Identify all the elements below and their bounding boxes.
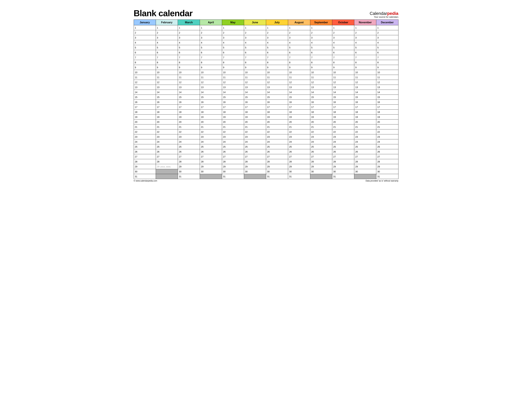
day-cell: 29 (134, 164, 156, 169)
day-row: 252525252525252525252525 (134, 144, 398, 149)
day-cell: 26 (266, 149, 288, 154)
day-cell: 7 (376, 55, 398, 60)
day-row: 161616161616161616161616 (134, 100, 398, 105)
day-cell: 13 (200, 85, 222, 90)
day-cell: 1 (266, 25, 288, 30)
day-cell: 20 (222, 119, 244, 124)
day-cell: 19 (200, 115, 222, 119)
day-cell: 18 (354, 110, 376, 115)
day-cell: 16 (310, 100, 332, 105)
day-cell: 21 (310, 124, 332, 129)
day-cell: 6 (354, 50, 376, 55)
day-cell: 12 (332, 80, 354, 85)
day-cell: 24 (156, 139, 178, 144)
day-cell: 6 (376, 50, 398, 55)
day-cell: 12 (310, 80, 332, 85)
day-cell: 1 (134, 25, 156, 30)
day-cell: 28 (266, 159, 288, 164)
day-cell: 26 (288, 149, 310, 154)
day-cell: 4 (266, 40, 288, 45)
day-cell: 8 (354, 60, 376, 65)
day-cell: 16 (244, 100, 266, 105)
day-cell: 12 (354, 80, 376, 85)
day-cell: 12 (222, 80, 244, 85)
day-cell: 23 (222, 134, 244, 139)
day-cell: 19 (134, 115, 156, 119)
day-cell: 21 (134, 124, 156, 129)
day-cell: 11 (332, 75, 354, 80)
day-cell: 11 (200, 75, 222, 80)
day-row: 777777777777 (134, 55, 398, 60)
day-cell: 27 (354, 154, 376, 159)
day-cell: 2 (200, 30, 222, 35)
day-cell: 6 (222, 50, 244, 55)
day-cell: 21 (156, 124, 178, 129)
day-cell: 3 (266, 35, 288, 40)
day-cell: 28 (134, 159, 156, 164)
day-cell: 20 (376, 119, 398, 124)
day-cell: 4 (310, 40, 332, 45)
day-cell: 30 (354, 169, 376, 174)
day-cell: 12 (200, 80, 222, 85)
day-cell: 14 (156, 90, 178, 95)
day-cell: 26 (222, 149, 244, 154)
day-row: 141414141414141414141414 (134, 90, 398, 95)
day-cell: 18 (156, 110, 178, 115)
day-cell: 5 (222, 45, 244, 50)
day-cell: 28 (354, 159, 376, 164)
day-cell: 28 (156, 159, 178, 164)
day-cell: 26 (200, 149, 222, 154)
day-cell: 30 (134, 169, 156, 174)
day-cell: 11 (244, 75, 266, 80)
day-cell: 7 (266, 55, 288, 60)
day-cell: 17 (178, 105, 200, 110)
day-cell: 29 (222, 164, 244, 169)
day-cell: 4 (376, 40, 398, 45)
day-cell: 3 (376, 35, 398, 40)
day-cell: 23 (376, 134, 398, 139)
month-header: August (288, 20, 310, 25)
day-cell: 29 (288, 164, 310, 169)
day-cell: 23 (354, 134, 376, 139)
day-cell: 1 (178, 25, 200, 30)
day-cell: 7 (354, 55, 376, 60)
day-cell: 10 (200, 70, 222, 75)
day-cell: 30 (332, 169, 354, 174)
day-cell: 2 (178, 30, 200, 35)
month-header: September (310, 20, 332, 25)
day-cell: 9 (244, 65, 266, 70)
day-cell: 23 (178, 134, 200, 139)
day-cell: 15 (332, 95, 354, 100)
day-cell: 1 (244, 25, 266, 30)
day-cell: 9 (288, 65, 310, 70)
day-cell: 26 (244, 149, 266, 154)
day-cell (244, 174, 266, 179)
day-cell: 3 (310, 35, 332, 40)
day-cell: 12 (266, 80, 288, 85)
day-cell: 6 (310, 50, 332, 55)
day-row: 151515151515151515151515 (134, 95, 398, 100)
day-cell: 19 (288, 115, 310, 119)
day-row: 232323232323232323232323 (134, 134, 398, 139)
day-cell: 10 (332, 70, 354, 75)
day-cell (156, 174, 178, 179)
day-cell: 1 (354, 25, 376, 30)
day-cell: 22 (156, 129, 178, 134)
day-cell: 29 (332, 164, 354, 169)
day-cell: 8 (178, 60, 200, 65)
day-cell: 22 (178, 129, 200, 134)
day-cell: 10 (376, 70, 398, 75)
day-row: 191919191919191919191919 (134, 115, 398, 119)
day-cell: 21 (178, 124, 200, 129)
day-cell: 11 (156, 75, 178, 80)
day-cell: 1 (156, 25, 178, 30)
day-cell: 16 (200, 100, 222, 105)
day-cell: 4 (200, 40, 222, 45)
day-cell: 13 (266, 85, 288, 90)
day-cell: 15 (376, 95, 398, 100)
day-cell: 25 (178, 144, 200, 149)
day-cell: 11 (288, 75, 310, 80)
day-cell: 13 (222, 85, 244, 90)
day-cell: 7 (310, 55, 332, 60)
day-cell: 20 (288, 119, 310, 124)
